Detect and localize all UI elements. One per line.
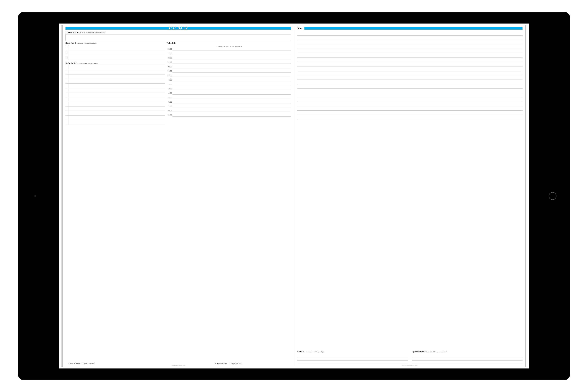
key3-number: 3 [66,55,68,60]
key3-number: 2 [66,50,68,55]
todo-row[interactable] [66,102,165,106]
schedule-row[interactable]: 12:00 [166,74,291,79]
todo-row[interactable] [66,116,165,120]
note-line[interactable] [297,97,523,102]
focus-lead: TODAY'S FOCUS [66,31,81,34]
daily-todos: Daily To-Do's The list that will keep yo… [66,62,165,364]
note-line[interactable] [297,44,523,49]
todo-legend: √ Done • Delegate !! Urgent → Forward [66,362,165,364]
footer-left: brandenbodendorfer.com [66,364,291,366]
schedule-row[interactable]: 3:00 [166,88,291,92]
note-line[interactable] [297,88,523,93]
todos-sub: The list that will keep you on pace. [78,62,98,64]
time-label: 9:00 [166,61,172,64]
schedule-row[interactable]: 6:00 [166,48,291,52]
note-line[interactable] [297,106,523,110]
time-label: 8:00 [166,110,172,112]
note-line[interactable] [297,71,523,75]
call-line[interactable] [297,354,408,357]
schedule-row[interactable]: 11:00 [166,70,291,74]
right-page: Notes Calls The connections that will fu… [294,25,526,367]
schedule-row[interactable]: 7:00 [166,105,291,110]
note-line[interactable] [297,62,523,66]
schedule-row[interactable]: 8:00 [166,57,291,61]
note-line[interactable] [297,49,523,53]
opportunity-line[interactable] [412,357,522,361]
note-line[interactable] [297,80,523,84]
notes-title: Notes [297,27,304,30]
schedule-row[interactable]: 1:00 [166,79,291,83]
todos-title: Daily To-Do's [66,62,78,64]
key3-row[interactable]: 1 [66,45,165,50]
schedule-row[interactable]: 2:00 [166,83,291,88]
morning-preflight-check[interactable]: Morning Pre-flight [216,46,228,47]
todo-row[interactable] [66,79,165,84]
screen: 2020 DAILY TODAY'S FOCUS What will have … [59,24,529,368]
todo-row[interactable] [66,97,165,102]
key3-row[interactable]: 3 [66,55,165,60]
time-label: 11:00 [166,70,172,72]
note-line[interactable] [297,40,523,44]
calls-title: Calls [297,350,302,353]
time-label: 12:00 [166,74,172,77]
todo-row[interactable] [66,88,165,93]
schedule-row[interactable]: 9:00 [166,114,291,118]
schedule-row[interactable]: 5:00 [166,96,291,101]
schedule-row[interactable]: 6:00 [166,101,291,105]
note-line[interactable] [297,102,523,106]
focus-input[interactable] [66,34,291,41]
todo-row[interactable] [66,111,165,116]
note-line[interactable] [297,93,523,97]
time-label: 2:00 [166,83,172,86]
note-line[interactable] [297,31,523,36]
schedule-title: Schedule [166,42,291,44]
key3-row[interactable]: 2 [66,50,165,55]
opportunities-section: Opportunities The list that will help yo… [412,350,522,364]
call-line[interactable] [297,357,408,361]
todo-row[interactable] [66,70,165,74]
page-title: 2020 DAILY [168,26,188,30]
todo-row[interactable] [66,74,165,79]
note-line[interactable] [297,53,523,58]
evening-prelaunch-check[interactable]: Evening Pre-Launch [229,362,242,364]
legend-forward: → Forward [88,362,95,364]
schedule-row[interactable]: 8:00 [166,110,291,114]
note-line[interactable] [297,66,523,71]
note-line[interactable] [297,110,523,115]
schedule-row[interactable]: 9:00 [166,61,291,66]
todo-row[interactable] [66,84,165,88]
left-page: 2020 DAILY TODAY'S FOCUS What will have … [62,25,294,367]
opportunity-line[interactable] [412,354,522,357]
footer-right: SUCCESS starts with a plan! [297,364,523,366]
schedule-row[interactable]: 10:00 [166,66,291,70]
todo-row[interactable] [66,93,165,97]
title-bar: 2020 DAILY [66,27,291,30]
notes-bar: Notes [297,27,523,30]
note-line[interactable] [297,36,523,40]
schedule-row[interactable]: 7:00 [166,52,291,57]
opps-sub: The list that will help your goals take-… [426,351,447,353]
home-button[interactable] [549,192,556,200]
schedule-grid[interactable]: 6:007:008:009:0010:0011:0012:001:002:003… [166,48,291,362]
note-line[interactable] [297,75,523,80]
evening-routine-check[interactable]: Evening Routine [216,362,226,364]
time-label: 4:00 [166,92,172,94]
key3-sub: The list that will impact your goals. [77,42,96,44]
legend-delegate: • Delegate [74,362,80,364]
todo-row[interactable] [66,120,165,125]
call-line[interactable] [297,361,408,364]
notes-area[interactable] [297,31,523,349]
morning-routine-check[interactable]: Morning Routine [230,46,242,47]
time-label: 7:00 [166,52,172,55]
time-label: 5:00 [166,96,172,99]
note-line[interactable] [297,115,523,120]
legend-done: √ Done [68,362,72,364]
note-line[interactable] [297,58,523,62]
schedule-row[interactable]: 4:00 [166,92,291,96]
time-label: 6:00 [166,48,172,50]
todo-row[interactable] [66,106,165,111]
todo-row[interactable] [66,65,165,70]
opportunity-line[interactable] [412,361,522,364]
note-line[interactable] [297,84,523,88]
evening-checks: Evening Routine Evening Pre-Launch [166,362,291,364]
